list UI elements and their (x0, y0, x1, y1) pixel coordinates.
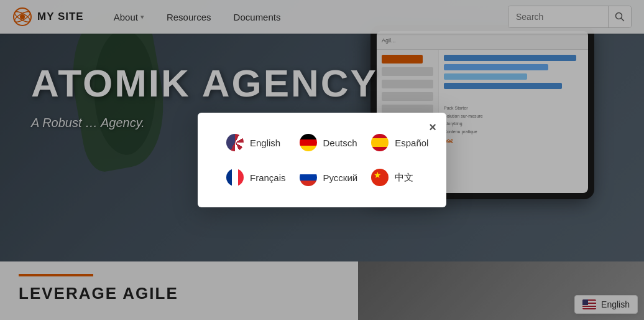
flag-icon-es (371, 134, 389, 151)
language-option-en[interactable]: English (223, 131, 290, 154)
language-option-fr[interactable]: Français (223, 166, 290, 189)
flag-icon-zh (371, 169, 389, 186)
modal-close-button[interactable]: × (429, 120, 436, 134)
language-modal: × English Deutsch Español Français (198, 113, 446, 207)
language-option-de[interactable]: Deutsch (296, 131, 362, 154)
language-label-fr: Français (250, 172, 286, 183)
language-label-de: Deutsch (323, 138, 357, 148)
language-label-ru: Русский (323, 172, 358, 183)
flag-icon-de (300, 134, 317, 151)
language-option-es[interactable]: Español (367, 131, 432, 154)
language-list: English Deutsch Español Français Русский (223, 131, 421, 189)
language-option-zh[interactable]: 中文 (367, 166, 432, 189)
flag-icon-ru (300, 169, 317, 186)
language-option-ru[interactable]: Русский (296, 166, 362, 189)
flag-icon-fr (226, 169, 244, 186)
language-label-en: English (250, 138, 280, 148)
flag-icon-en (226, 134, 244, 151)
language-label-es: Español (395, 138, 428, 148)
modal-overlay: × English Deutsch Español Français (0, 0, 644, 320)
language-label-zh: 中文 (395, 172, 413, 184)
